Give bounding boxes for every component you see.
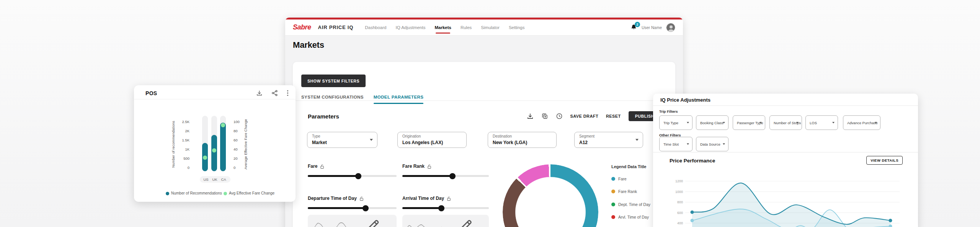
departure-time-slider-text: Departure Time of Day — [308, 196, 357, 201]
fare-slider-fill — [308, 175, 358, 177]
chevron-down-icon — [370, 139, 373, 141]
legend-item-arvl-time: Arvl. Time of Day — [611, 215, 649, 219]
notifications-button[interactable]: 2 — [630, 24, 637, 31]
departure-time-slider-knob[interactable] — [363, 205, 369, 211]
origination-value: Los Angeles (LAX) — [402, 140, 443, 145]
legend-label: Arvl. Time of Day — [618, 215, 649, 219]
notification-badge: 2 — [635, 22, 640, 27]
pos-dot-uk — [212, 148, 216, 152]
fare-rank-slider-text: Fare Rank — [402, 164, 425, 169]
advance-purchase-dropdown[interactable]: Advance Purchase — [843, 115, 880, 130]
trip-filters-label: Trip Filters — [659, 109, 678, 114]
fare-rank-slider-knob[interactable] — [449, 173, 456, 179]
los-label: LOS — [810, 121, 817, 125]
departure-curve-preview — [308, 215, 397, 227]
fare-rank-slider-track[interactable] — [402, 175, 489, 177]
arrival-time-slider-label: Arrival Time of Day — [402, 196, 489, 201]
axis-tick: 60 — [234, 138, 250, 142]
passenger-type-dropdown[interactable]: Passenger Type — [733, 115, 765, 130]
price-performance-title: Price Performance — [670, 158, 715, 164]
parameters-actions: SAVE DRAFT RESET PUBLISH — [527, 111, 661, 121]
nav-item-rules[interactable]: Rules — [461, 19, 472, 35]
active-nav-underline — [436, 32, 450, 34]
show-system-filters-button[interactable]: SHOW SYSTEM FILTERS — [301, 75, 366, 87]
chevron-down-icon — [796, 122, 799, 123]
edit-pencil-icon[interactable] — [353, 218, 392, 227]
pos-dot-ca — [221, 123, 225, 127]
divider — [134, 99, 296, 99]
fare-slider-label: Fare — [308, 164, 397, 169]
time-slot-dropdown[interactable]: Time Slot — [659, 137, 693, 151]
download-icon[interactable] — [527, 113, 534, 120]
arrival-time-slider-text: Arrival Time of Day — [402, 196, 444, 201]
tab-system-configurations[interactable]: SYSTEM CONFIGURATIONS — [301, 95, 364, 99]
save-draft-button[interactable]: SAVE DRAFT — [570, 114, 598, 118]
nav-item-simulator[interactable]: Simulator — [481, 19, 500, 35]
history-clock-icon[interactable] — [556, 113, 563, 120]
pos-x-axis: US UK CA — [200, 176, 230, 183]
page: Sabre AIR PRICE IQ Dashboard IQ Adjustme… — [0, 0, 980, 227]
avatar-image — [666, 23, 675, 32]
nav-item-markets-label: Markets — [434, 25, 451, 30]
origination-field[interactable]: Origination Los Angeles (LAX) — [397, 132, 467, 148]
active-tab-underline — [374, 103, 424, 104]
duplicate-icon[interactable] — [541, 113, 548, 120]
share-icon[interactable] — [271, 90, 278, 96]
segment-dropdown-value: A12 — [579, 140, 588, 145]
number-of-stops-dropdown[interactable]: Number of Stops — [769, 115, 802, 130]
reset-button[interactable]: RESET — [606, 114, 621, 118]
axis-tick: 80 — [234, 129, 250, 133]
axis-tick: 2K — [170, 129, 189, 133]
destination-label: Destination — [493, 134, 512, 138]
los-dropdown[interactable]: LOS — [805, 115, 838, 130]
tab-model-parameters-label: MODEL PARAMETERS — [374, 95, 424, 99]
svg-text:1000: 1000 — [675, 190, 683, 194]
arrival-time-slider-track[interactable] — [402, 207, 489, 209]
x-label-us: US — [201, 177, 211, 182]
kebab-menu-icon[interactable] — [287, 90, 289, 96]
booking-class-dropdown[interactable]: Booking Class — [696, 115, 728, 130]
pos-widget: POS Number of recommendations Average Ef… — [134, 85, 296, 202]
view-details-button[interactable]: VIEW DETAILS — [866, 156, 903, 165]
markets-page: Markets SHOW SYSTEM FILTERS SYSTEM CONFI… — [285, 36, 683, 227]
origination-label: Origination — [402, 134, 421, 138]
download-icon[interactable] — [256, 90, 263, 96]
avatar[interactable] — [666, 23, 675, 32]
x-label-ca: CA — [219, 177, 228, 182]
departure-curve-sparkline — [311, 218, 350, 227]
arrival-time-slider-fill — [402, 207, 441, 209]
trip-type-dropdown[interactable]: Trip Type — [659, 115, 693, 130]
nav-item-iq-adjustments[interactable]: IQ Adjustments — [395, 19, 425, 35]
tab-bar: SYSTEM CONFIGURATIONS MODEL PARAMETERS — [301, 95, 423, 99]
nav-item-settings[interactable]: Settings — [509, 19, 525, 35]
arrival-curve-sparkline — [405, 218, 443, 227]
nav-item-dashboard[interactable]: Dashboard — [365, 19, 386, 35]
divider — [653, 152, 918, 152]
pos-bar-ca — [220, 123, 226, 171]
iq-price-adjustments-title: IQ Price Adjustments — [660, 97, 710, 103]
price-performance-chart: 12001000800600400 — [671, 172, 903, 227]
arrival-curve-preview — [402, 215, 489, 227]
data-source-dropdown[interactable]: Data Source — [696, 137, 728, 151]
legend-dot — [611, 203, 615, 206]
tab-model-parameters[interactable]: MODEL PARAMETERS — [374, 95, 424, 99]
pos-right-axis-ticks: 100806040200 — [234, 85, 250, 202]
type-dropdown-value: Market — [312, 140, 327, 145]
nav-links: Dashboard IQ Adjustments Markets Rules S… — [365, 19, 524, 35]
fare-slider-track[interactable] — [308, 175, 397, 177]
fare-slider: Fare — [308, 164, 397, 177]
fare-slider-knob[interactable] — [355, 173, 361, 179]
product-title: AIR PRICE IQ — [318, 24, 354, 30]
nav-item-markets[interactable]: Markets — [434, 19, 451, 35]
axis-tick: 500 — [170, 156, 189, 161]
departure-time-slider-track[interactable] — [308, 207, 397, 209]
segment-dropdown[interactable]: Segment A12 — [574, 132, 643, 148]
legend-item-fare: Fare — [611, 177, 627, 181]
destination-field[interactable]: Destination New York (LGA) — [488, 132, 557, 148]
departure-time-slider-fill — [308, 207, 366, 209]
type-dropdown[interactable]: Type Market — [307, 132, 377, 148]
legend-label: Avg Effective Fare Change — [229, 191, 274, 195]
fare-rank-slider-label: Fare Rank — [402, 164, 489, 169]
arrival-time-slider-knob[interactable] — [438, 205, 444, 211]
edit-pencil-icon[interactable] — [446, 218, 484, 227]
